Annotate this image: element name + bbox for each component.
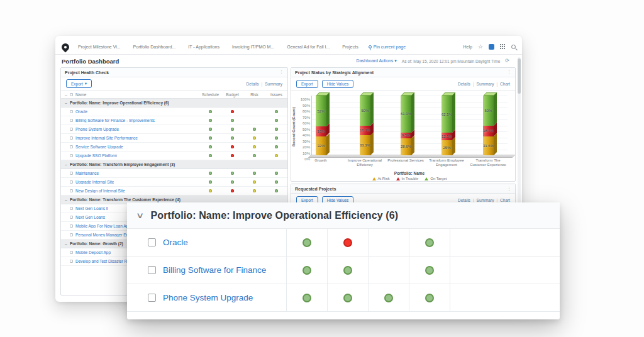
table-row[interactable]: Billing Software for Finance - Improveme… (61, 116, 287, 125)
dashboard-actions-dropdown[interactable]: Dashboard Actions ▾ (357, 58, 397, 64)
nav-tab-4[interactable]: General Ad for Fall I... (287, 45, 330, 49)
scrollbar-thumb[interactable] (518, 58, 521, 94)
panel-menu-icon[interactable]: ⋮ (507, 70, 511, 75)
row-checkbox[interactable] (70, 180, 73, 184)
column-header-risk: Risk (243, 92, 265, 97)
project-name-link[interactable]: Mobile Deposit App (75, 250, 111, 255)
row-checkbox[interactable] (70, 207, 73, 210)
table-row[interactable]: Maintenance (61, 169, 287, 178)
panel-menu-icon[interactable]: ⋮ (507, 186, 511, 191)
chart-bar-5[interactable]: 50%18.4%31.6% (483, 96, 494, 155)
chart-bar-3[interactable]: 61.9%9.5%28.6% (401, 96, 411, 155)
app-grid-icon[interactable] (500, 44, 506, 50)
segment-value-label: 28.6% (401, 145, 411, 148)
view-link-details[interactable]: Details (247, 82, 259, 86)
refresh-icon[interactable]: ⟳ (505, 58, 509, 64)
row-checkbox[interactable] (148, 266, 156, 274)
row-checkbox[interactable] (148, 238, 156, 246)
portfolio-group-row[interactable]: –Portfolio: Name: Transform Employee Eng… (61, 160, 287, 169)
row-checkbox[interactable] (70, 216, 73, 219)
row-checkbox[interactable] (70, 233, 73, 236)
nav-tab-5[interactable]: Projects (342, 45, 358, 49)
row-checkbox[interactable] (148, 294, 156, 302)
notification-badge-icon[interactable] (489, 44, 494, 50)
panel-menu-icon[interactable]: ⋮ (279, 70, 284, 75)
row-checkbox[interactable] (70, 119, 73, 122)
collapse-icon[interactable]: – (65, 101, 67, 105)
project-name-link[interactable]: Next Gen Loans (75, 215, 105, 219)
view-link-summary[interactable]: Summary (477, 82, 494, 86)
favorite-star-icon[interactable]: ☆ (478, 44, 483, 50)
overlay-table-row[interactable]: Phone System Upgrade (127, 284, 560, 312)
row-checkbox[interactable] (70, 128, 73, 131)
x-axis-label: Transform Employee Engagement (426, 158, 467, 167)
project-name-link[interactable]: Oracle (163, 238, 188, 247)
project-name-link[interactable]: Billing Software for Finance - Improveme… (75, 118, 155, 123)
status-cell-risk (243, 145, 265, 148)
chart-bar-4[interactable]: 62.5%12.5%25% (441, 96, 452, 155)
row-checkbox[interactable] (70, 145, 73, 148)
overlay-table-row[interactable]: Oracle (127, 229, 560, 257)
help-link[interactable]: Help (464, 45, 472, 49)
view-link-details[interactable]: Details (458, 82, 470, 86)
view-link-summary[interactable]: Summary (265, 82, 282, 86)
row-checkbox[interactable] (70, 172, 73, 175)
project-name-link[interactable]: New Design of Internal Site (75, 189, 125, 193)
collapse-icon[interactable]: – (65, 162, 67, 167)
view-link-details[interactable]: Details (458, 198, 470, 202)
overlay-status-cell-schedule (286, 284, 327, 311)
chevron-down-icon[interactable]: ∨ (136, 211, 144, 220)
project-name-link[interactable]: Billing Software for Finance (163, 265, 266, 275)
chart-bar-2[interactable]: 50%16.7%33.3% (360, 96, 370, 155)
name-column-header: Name (75, 92, 86, 97)
chart-panel-title: Project Status by Strategic Alignment (295, 70, 374, 75)
view-link-summary[interactable]: Summary (477, 198, 494, 202)
nav-tab-0[interactable]: Project Milestone Vi... (78, 45, 121, 49)
table-row[interactable]: Phone System Upgrade (61, 125, 287, 134)
hide-values-button[interactable]: Hide Values (322, 80, 354, 88)
portfolio-group-row[interactable]: –Portfolio: Name: Improve Operational Ef… (61, 99, 287, 108)
export-button[interactable]: Export (296, 80, 318, 88)
collapse-icon[interactable]: – (65, 197, 67, 202)
chart-bar-1[interactable]: 52%16%32% (316, 96, 326, 155)
legend-item-on-target: On Target (425, 177, 447, 180)
table-row[interactable]: Service Software Upgrade (61, 143, 287, 152)
overlay-group-header[interactable]: ∨ Portfolio: Name: Improve Operational E… (127, 202, 560, 229)
project-name-link[interactable]: Upgrade Internal Site (75, 180, 114, 184)
project-name-link[interactable]: Oracle (75, 109, 87, 114)
nav-tab-2[interactable]: IT - Applications (188, 45, 219, 49)
table-row[interactable]: Upgrade Internal Site (61, 178, 287, 187)
row-checkbox[interactable] (70, 154, 73, 157)
row-checkbox[interactable] (70, 260, 73, 263)
row-checkbox[interactable] (70, 189, 73, 192)
table-row[interactable]: Oracle (61, 108, 287, 116)
project-name-link[interactable]: Improve Internal Site Performance (75, 136, 138, 140)
table-row[interactable]: Improve Internal Site Performance (61, 134, 287, 143)
row-checkbox[interactable] (70, 136, 73, 140)
project-name-link[interactable]: Next Gen Loans II (75, 206, 108, 211)
row-checkbox[interactable] (70, 251, 73, 254)
row-checkbox[interactable] (70, 224, 73, 228)
export-button[interactable]: Export▾ (66, 79, 92, 88)
row-checkbox[interactable] (70, 110, 73, 113)
project-name-link[interactable]: Phone System Upgrade (75, 127, 119, 131)
view-link-chart[interactable]: Chart (500, 198, 510, 202)
zoom-overlay-callout: ∨ Portfolio: Name: Improve Operational E… (127, 202, 560, 319)
nav-tab-1[interactable]: Portfolio Dashboard... (133, 45, 176, 49)
project-name-link[interactable]: Phone System Upgrade (163, 293, 253, 302)
project-name-link[interactable]: Upgrade SSO Platform (75, 153, 117, 158)
collapse-icon[interactable]: – (65, 241, 67, 246)
project-name-link[interactable]: Maintenance (75, 171, 99, 175)
nav-tab-3[interactable]: Invoicing IT/PMO M... (232, 45, 274, 49)
select-all-checkbox[interactable] (70, 93, 73, 96)
search-icon[interactable] (511, 45, 516, 49)
table-row[interactable]: Upgrade SSO Platform (61, 152, 287, 160)
overlay-table-row[interactable]: Billing Software for Finance (127, 257, 560, 284)
pin-current-page-link[interactable]: Pin current page (369, 45, 406, 49)
status-dot-green (231, 128, 234, 131)
view-link-chart[interactable]: Chart (500, 82, 510, 86)
collapse-all-icon[interactable]: – (65, 92, 67, 97)
table-row[interactable]: New Design of Internal Site (61, 187, 287, 196)
project-name-link[interactable]: Service Software Upgrade (75, 145, 123, 149)
status-cell-schedule (199, 119, 221, 122)
